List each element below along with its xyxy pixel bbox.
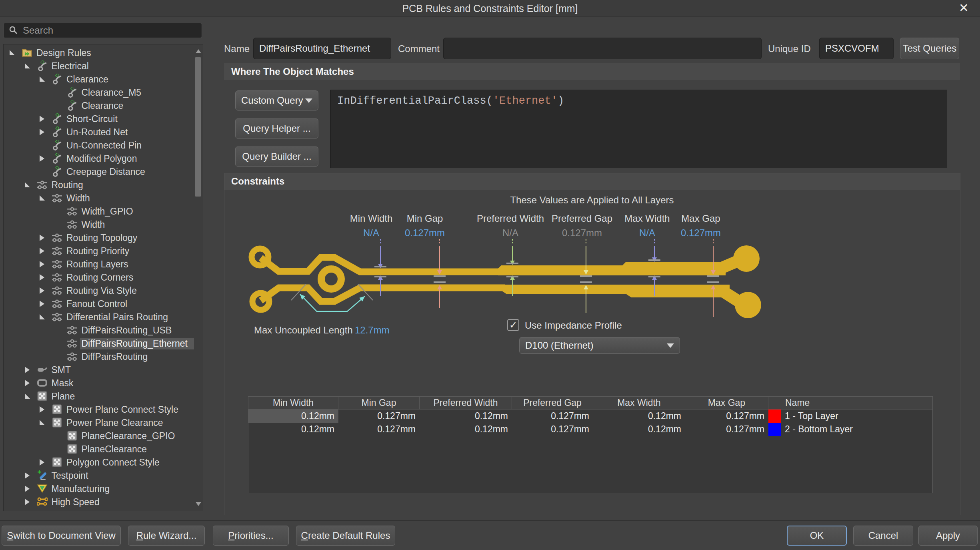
search-input[interactable] <box>23 25 191 36</box>
measurement-value[interactable]: 0.127mm <box>562 227 602 239</box>
query-type-dropdown[interactable]: Custom Query <box>235 90 318 110</box>
tree-item-electrical[interactable]: Electrical <box>4 59 194 72</box>
tree-item-routing-via-style[interactable]: Routing Via Style <box>4 284 194 297</box>
table-row[interactable]: 0.12mm0.127mm0.12mm0.127mm0.12mm0.127mm2… <box>248 423 932 436</box>
tree-item-design-rules[interactable]: Design Rules <box>4 46 194 59</box>
expander-closed-icon[interactable] <box>25 380 30 386</box>
tree-item-modified-polygon[interactable]: Modified Polygon <box>4 152 194 165</box>
expander-closed-icon[interactable] <box>40 287 44 294</box>
tree-item-short-circuit[interactable]: Short-Circuit <box>4 112 194 125</box>
query-helper-button[interactable]: Query Helper ... <box>235 118 318 139</box>
table-cell-name[interactable]: 2 - Bottom Layer <box>768 423 932 436</box>
tree-item-testpoint[interactable]: Testpoint <box>4 469 194 482</box>
tree-item-routing-layers[interactable]: Routing Layers <box>4 257 194 271</box>
tree-item-high-speed[interactable]: High Speed <box>4 495 194 508</box>
table-cell[interactable]: 0.127mm <box>338 409 420 423</box>
query-builder-button[interactable]: Query Builder ... <box>235 147 318 167</box>
tree-item-clearance[interactable]: Clearance <box>4 72 194 86</box>
expander-open-icon[interactable] <box>25 63 30 68</box>
priorities--button[interactable]: Priorities... <box>213 526 289 546</box>
expander-open-icon[interactable] <box>10 50 15 55</box>
expander-closed-icon[interactable] <box>40 116 44 122</box>
table-cell[interactable]: 0.127mm <box>512 409 593 423</box>
column-header-name[interactable]: Name <box>768 397 932 409</box>
tree-item-smt[interactable]: SMT <box>4 363 194 376</box>
table-row[interactable]: 0.12mm0.127mm0.12mm0.127mm0.12mm0.127mm1… <box>248 409 932 423</box>
tree-item-routing-topology[interactable]: Routing Topology <box>4 231 194 244</box>
test-queries-button[interactable]: Test Queries <box>900 38 959 59</box>
tree-item-un-routed-net[interactable]: Un-Routed Net <box>4 125 194 139</box>
search-box[interactable] <box>3 23 202 38</box>
expander-closed-icon[interactable] <box>25 472 30 479</box>
scroll-up-icon[interactable] <box>196 49 201 53</box>
expander-open-icon[interactable] <box>25 393 30 399</box>
measurement-value[interactable]: N/A <box>502 227 518 239</box>
table-cell[interactable]: 0.12mm <box>593 409 685 423</box>
column-header-max-width[interactable]: Max Width <box>593 397 685 409</box>
column-header-min-gap[interactable]: Min Gap <box>338 397 420 409</box>
expander-closed-icon[interactable] <box>40 248 44 254</box>
expander-closed-icon[interactable] <box>25 499 30 505</box>
table-cell[interactable]: 0.12mm <box>248 409 338 423</box>
expander-closed-icon[interactable] <box>40 406 44 413</box>
tree-item-plane[interactable]: Plane <box>4 389 194 403</box>
table-cell[interactable]: 0.12mm <box>248 423 338 436</box>
expander-closed-icon[interactable] <box>40 301 44 307</box>
expander-open-icon[interactable] <box>40 195 45 201</box>
tree-item-width[interactable]: Width <box>4 191 194 205</box>
tree-scrollbar[interactable] <box>194 45 202 510</box>
column-header-preferred-gap[interactable]: Preferred Gap <box>512 397 593 409</box>
rule-wizard--button[interactable]: Rule Wizard... <box>128 526 205 546</box>
tree-item-differential-pairs-routing[interactable]: Differential Pairs Routing <box>4 310 194 323</box>
expander-closed-icon[interactable] <box>40 235 44 241</box>
expander-closed-icon[interactable] <box>40 274 44 281</box>
column-header-min-width[interactable]: Min Width <box>248 397 338 409</box>
tree-item-mask[interactable]: Mask <box>4 376 194 389</box>
table-cell[interactable]: 0.127mm <box>338 423 420 436</box>
measurement-value[interactable]: 0.127mm <box>405 227 445 239</box>
expander-open-icon[interactable] <box>40 314 45 319</box>
expander-closed-icon[interactable] <box>40 129 44 135</box>
tree-item-diffpairsrouting[interactable]: DiffPairsRouting <box>4 350 194 363</box>
apply-button[interactable]: Apply <box>918 526 978 546</box>
impedance-profile-dropdown[interactable]: D100 (Ethernet) <box>519 337 680 354</box>
tree-item-creepage-distance[interactable]: Creepage Distance <box>4 165 194 178</box>
expander-closed-icon[interactable] <box>40 155 44 162</box>
cancel-button[interactable]: Cancel <box>853 526 913 546</box>
tree-item-routing[interactable]: Routing <box>4 178 194 191</box>
table-cell-name[interactable]: 1 - Top Layer <box>768 409 932 423</box>
tree-item-manufacturing[interactable]: Manufacturing <box>4 482 194 495</box>
measurement-value[interactable]: N/A <box>639 227 655 239</box>
tree-item-width-gpio[interactable]: Width_GPIO <box>4 205 194 218</box>
expander-closed-icon[interactable] <box>40 459 44 466</box>
create-default-rules-button[interactable]: Create Default Rules <box>296 526 395 546</box>
tree-item-planeclearance-gpio[interactable]: PlaneClearance_GPIO <box>4 429 194 442</box>
table-cell[interactable]: 0.127mm <box>512 423 593 436</box>
table-cell[interactable]: 0.12mm <box>593 423 685 436</box>
scroll-down-icon[interactable] <box>196 502 201 506</box>
name-field[interactable] <box>253 38 391 59</box>
expander-open-icon[interactable] <box>25 182 30 187</box>
tree-item-polygon-connect-style[interactable]: Polygon Connect Style <box>4 456 194 469</box>
measurement-value[interactable]: 0.127mm <box>681 227 721 239</box>
max-uncoupled-value[interactable]: 12.7mm <box>355 325 390 336</box>
measurement-value[interactable]: N/A <box>363 227 379 239</box>
expander-closed-icon[interactable] <box>25 486 30 492</box>
tree-item-diffpairsrouting-ethernet[interactable]: DiffPairsRouting_Ethernet <box>4 337 194 350</box>
expander-open-icon[interactable] <box>40 420 45 425</box>
column-header-max-gap[interactable]: Max Gap <box>685 397 768 409</box>
table-cell[interactable]: 0.12mm <box>420 409 512 423</box>
switch-to-document-view-button[interactable]: Switch to Document View <box>2 526 121 546</box>
table-cell[interactable]: 0.127mm <box>685 409 768 423</box>
tree-item-width[interactable]: Width <box>4 218 194 231</box>
tree-item-un-connected-pin[interactable]: Un-Connected Pin <box>4 139 194 152</box>
impedance-checkbox[interactable]: ✓ <box>507 319 519 331</box>
expander-closed-icon[interactable] <box>40 261 44 267</box>
table-cell[interactable]: 0.12mm <box>420 423 512 436</box>
close-icon[interactable]: ✕ <box>959 1 969 15</box>
expander-closed-icon[interactable] <box>25 367 30 373</box>
comment-field[interactable] <box>443 38 762 59</box>
tree-item-planeclearance[interactable]: PlaneClearance <box>4 442 194 456</box>
tree-item-partial[interactable] <box>4 508 194 511</box>
column-header-preferred-width[interactable]: Preferred Width <box>420 397 512 409</box>
